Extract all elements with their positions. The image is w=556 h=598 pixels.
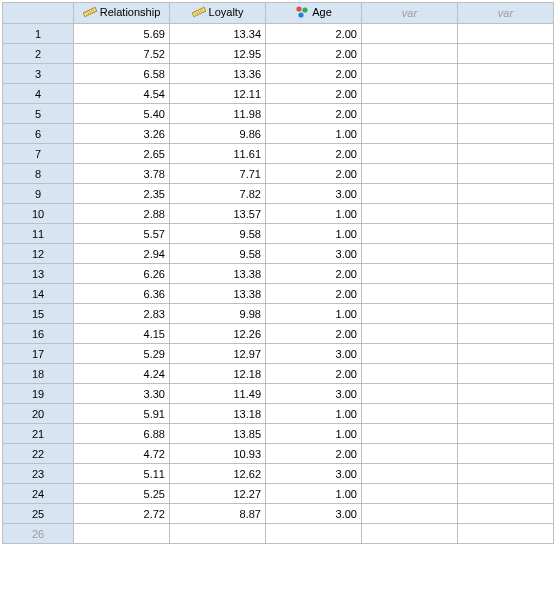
- data-cell[interactable]: 2.00: [266, 364, 361, 383]
- data-cell[interactable]: 4.54: [74, 84, 169, 103]
- empty-cell[interactable]: [458, 184, 553, 203]
- empty-cell[interactable]: [458, 384, 553, 403]
- row-header[interactable]: 12: [3, 244, 73, 263]
- data-cell[interactable]: 5.57: [74, 224, 169, 243]
- data-cell[interactable]: 8.87: [170, 504, 265, 523]
- data-cell[interactable]: 7.52: [74, 44, 169, 63]
- empty-cell[interactable]: [458, 264, 553, 283]
- row-header[interactable]: 25: [3, 504, 73, 523]
- empty-cell[interactable]: [362, 264, 457, 283]
- data-grid[interactable]: Relationship Loyalty: [0, 0, 556, 546]
- row-header[interactable]: 7: [3, 144, 73, 163]
- data-cell[interactable]: 3.78: [74, 164, 169, 183]
- empty-cell[interactable]: [362, 364, 457, 383]
- data-cell[interactable]: 5.11: [74, 464, 169, 483]
- data-cell[interactable]: 2.88: [74, 204, 169, 223]
- column-header-loyalty[interactable]: Loyalty: [170, 3, 265, 23]
- data-cell[interactable]: 12.11: [170, 84, 265, 103]
- empty-cell[interactable]: [458, 444, 553, 463]
- data-cell[interactable]: 6.36: [74, 284, 169, 303]
- empty-cell[interactable]: [362, 404, 457, 423]
- data-cell[interactable]: 3.00: [266, 464, 361, 483]
- empty-cell[interactable]: [458, 244, 553, 263]
- empty-cell[interactable]: [458, 504, 553, 523]
- column-header-age[interactable]: Age: [266, 3, 361, 23]
- data-cell[interactable]: 1.00: [266, 404, 361, 423]
- data-cell[interactable]: 5.25: [74, 484, 169, 503]
- row-header[interactable]: 6: [3, 124, 73, 143]
- row-header[interactable]: 24: [3, 484, 73, 503]
- empty-cell[interactable]: [458, 24, 553, 43]
- data-cell[interactable]: 2.00: [266, 444, 361, 463]
- empty-cell[interactable]: [362, 384, 457, 403]
- data-cell[interactable]: 13.36: [170, 64, 265, 83]
- data-cell[interactable]: 1.00: [266, 124, 361, 143]
- data-cell[interactable]: 5.40: [74, 104, 169, 123]
- empty-cell[interactable]: [362, 504, 457, 523]
- column-header-empty[interactable]: var: [362, 3, 457, 23]
- data-cell[interactable]: 2.35: [74, 184, 169, 203]
- data-cell[interactable]: 9.58: [170, 244, 265, 263]
- row-header[interactable]: 17: [3, 344, 73, 363]
- row-header[interactable]: 1: [3, 24, 73, 43]
- empty-cell[interactable]: [170, 524, 265, 543]
- empty-cell[interactable]: [458, 364, 553, 383]
- empty-cell[interactable]: [362, 124, 457, 143]
- empty-cell[interactable]: [362, 444, 457, 463]
- data-cell[interactable]: 11.61: [170, 144, 265, 163]
- empty-cell[interactable]: [362, 64, 457, 83]
- data-cell[interactable]: 1.00: [266, 484, 361, 503]
- data-cell[interactable]: 13.57: [170, 204, 265, 223]
- empty-cell[interactable]: [362, 484, 457, 503]
- data-cell[interactable]: 9.98: [170, 304, 265, 323]
- empty-cell[interactable]: [362, 424, 457, 443]
- data-cell[interactable]: 12.97: [170, 344, 265, 363]
- empty-cell[interactable]: [458, 104, 553, 123]
- data-cell[interactable]: 2.00: [266, 84, 361, 103]
- row-header[interactable]: 21: [3, 424, 73, 443]
- row-header[interactable]: 10: [3, 204, 73, 223]
- corner-cell[interactable]: [3, 3, 73, 23]
- row-header[interactable]: 13: [3, 264, 73, 283]
- row-header[interactable]: 20: [3, 404, 73, 423]
- empty-cell[interactable]: [458, 464, 553, 483]
- empty-cell[interactable]: [362, 324, 457, 343]
- empty-cell[interactable]: [458, 124, 553, 143]
- data-cell[interactable]: 2.83: [74, 304, 169, 323]
- row-header[interactable]: 16: [3, 324, 73, 343]
- data-cell[interactable]: 1.00: [266, 204, 361, 223]
- data-cell[interactable]: 7.71: [170, 164, 265, 183]
- empty-cell[interactable]: [458, 424, 553, 443]
- data-cell[interactable]: 12.95: [170, 44, 265, 63]
- empty-cell[interactable]: [458, 64, 553, 83]
- empty-cell[interactable]: [458, 84, 553, 103]
- data-cell[interactable]: 2.00: [266, 44, 361, 63]
- empty-cell[interactable]: [458, 524, 553, 543]
- data-cell[interactable]: 9.86: [170, 124, 265, 143]
- row-header[interactable]: 9: [3, 184, 73, 203]
- data-cell[interactable]: 11.98: [170, 104, 265, 123]
- empty-cell[interactable]: [458, 44, 553, 63]
- data-cell[interactable]: 10.93: [170, 444, 265, 463]
- data-cell[interactable]: 4.72: [74, 444, 169, 463]
- data-cell[interactable]: 2.00: [266, 24, 361, 43]
- row-header[interactable]: 4: [3, 84, 73, 103]
- empty-cell[interactable]: [362, 104, 457, 123]
- data-cell[interactable]: 2.72: [74, 504, 169, 523]
- row-header[interactable]: 11: [3, 224, 73, 243]
- row-header[interactable]: 19: [3, 384, 73, 403]
- data-cell[interactable]: 11.49: [170, 384, 265, 403]
- column-header-relationship[interactable]: Relationship: [74, 3, 169, 23]
- row-header[interactable]: 2: [3, 44, 73, 63]
- empty-cell[interactable]: [458, 164, 553, 183]
- empty-cell[interactable]: [458, 284, 553, 303]
- data-cell[interactable]: 12.18: [170, 364, 265, 383]
- empty-cell[interactable]: [74, 524, 169, 543]
- data-table[interactable]: Relationship Loyalty: [2, 2, 554, 544]
- empty-cell[interactable]: [458, 344, 553, 363]
- data-cell[interactable]: 2.00: [266, 64, 361, 83]
- row-header[interactable]: 23: [3, 464, 73, 483]
- row-header[interactable]: 22: [3, 444, 73, 463]
- data-cell[interactable]: 7.82: [170, 184, 265, 203]
- data-cell[interactable]: 13.38: [170, 284, 265, 303]
